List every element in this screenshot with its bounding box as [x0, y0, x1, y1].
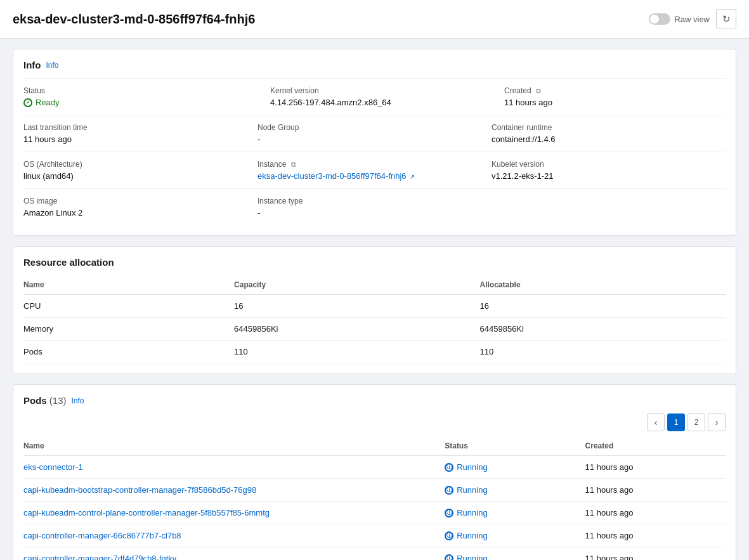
- pod-created-cell: 11 hours ago: [585, 524, 726, 547]
- running-text: Running: [457, 531, 487, 540]
- pods-table: Name Status Created eks-connector-1ⓘRunn…: [23, 436, 726, 560]
- pods-count: (13): [49, 395, 67, 406]
- pods-card-title: Pods (13) Info: [23, 395, 726, 406]
- nodegroup-label: Node Group: [257, 123, 492, 132]
- pod-name-cell: capi-controller-manager-7df4d79cb8-fqtkv: [23, 547, 445, 561]
- res-col-name: Name: [23, 275, 234, 295]
- table-row: eks-connector-1ⓘRunning11 hours ago: [23, 456, 726, 479]
- next-page-button[interactable]: ›: [708, 413, 726, 431]
- runtime-value: containerd://1.4.6: [492, 134, 726, 144]
- transition-value: 11 hours ago: [23, 134, 257, 144]
- resource-table: Name Capacity Allocatable CPU1616Memory6…: [23, 275, 726, 363]
- running-icon: ⓘ: [445, 554, 453, 561]
- instancetype-value: -: [257, 208, 492, 218]
- pod-name-link[interactable]: capi-kubeadm-control-plane-controller-ma…: [23, 508, 270, 518]
- pod-name-cell: capi-kubeadm-control-plane-controller-ma…: [23, 502, 445, 524]
- info-cell-status: Status Ready: [23, 78, 257, 115]
- page-1-button[interactable]: 1: [667, 413, 685, 431]
- created-copy-icon[interactable]: ⧉: [536, 87, 541, 95]
- pod-name-cell: capi-kubeadm-bootstrap-controller-manage…: [23, 479, 445, 502]
- running-text: Running: [457, 508, 487, 518]
- info-cell-nodegroup: Node Group -: [257, 115, 492, 152]
- pod-created-cell: 11 hours ago: [585, 502, 726, 524]
- pagination: ‹ 1 2 ›: [23, 413, 726, 431]
- res-col-capacity: Capacity: [234, 275, 479, 295]
- running-icon: ⓘ: [445, 486, 453, 495]
- table-row: capi-controller-manager-66c86777b7-cl7b8…: [23, 524, 726, 547]
- resource-table-header: Name Capacity Allocatable: [23, 275, 726, 295]
- runtime-label: Container runtime: [492, 123, 726, 132]
- created-value: 11 hours ago: [504, 98, 726, 107]
- pods-table-body: eks-connector-1ⓘRunning11 hours agocapi-…: [23, 456, 726, 561]
- transition-label: Last transition time: [23, 123, 257, 132]
- pods-table-header: Name Status Created: [23, 436, 726, 456]
- pod-created-cell: 11 hours ago: [585, 547, 726, 561]
- running-icon: ⓘ: [445, 531, 453, 540]
- resource-table-row: Pods110110: [23, 341, 726, 363]
- instance-link[interactable]: eksa-dev-cluster3-md-0-856ff97f64-fnhj6: [257, 171, 407, 181]
- pod-name-link[interactable]: capi-controller-manager-66c86777b7-cl7b8: [23, 531, 181, 540]
- kernel-value: 4.14.256-197.484.amzn2.x86_64: [270, 98, 479, 107]
- res-cell-allocatable: 16: [480, 295, 726, 318]
- pod-name-link[interactable]: eks-connector-1: [23, 462, 82, 472]
- info-card-title: Info Info: [23, 60, 726, 70]
- running-text: Running: [457, 485, 487, 495]
- res-col-allocatable: Allocatable: [480, 275, 726, 295]
- created-label: Created ⧉: [504, 86, 726, 95]
- running-text: Running: [457, 462, 487, 472]
- refresh-button[interactable]: ↻: [716, 9, 736, 29]
- kubelet-label: Kubelet version: [492, 160, 726, 169]
- pod-name-link[interactable]: capi-controller-manager-7df4d79cb8-fqtkv: [23, 554, 176, 560]
- pods-info-badge: Info: [72, 396, 84, 405]
- status-label: Status: [23, 86, 245, 95]
- status-dot-icon: [23, 98, 32, 107]
- info-cell-empty: [492, 188, 726, 225]
- pod-status-cell: ⓘRunning: [445, 502, 585, 524]
- raw-view-label: Raw view: [674, 15, 710, 24]
- running-icon: ⓘ: [445, 463, 453, 472]
- instance-copy-icon[interactable]: ⧉: [291, 160, 296, 169]
- instancetype-label: Instance type: [257, 197, 492, 205]
- info-cell-transition: Last transition time 11 hours ago: [23, 115, 257, 152]
- nodegroup-value: -: [257, 134, 492, 144]
- res-cell-capacity: 110: [234, 341, 479, 363]
- info-cell-kernel: Kernel version 4.14.256-197.484.amzn2.x8…: [257, 78, 492, 115]
- pods-col-status: Status: [445, 436, 585, 456]
- info-cell-runtime: Container runtime containerd://1.4.6: [492, 115, 726, 152]
- kernel-label: Kernel version: [270, 86, 479, 95]
- res-cell-allocatable: 110: [480, 341, 726, 363]
- page-title: eksa-dev-cluster3-md-0-856ff97f64-fnhj6: [13, 12, 255, 27]
- table-row: capi-controller-manager-7df4d79cb8-fqtkv…: [23, 547, 726, 561]
- pod-status-cell: ⓘRunning: [445, 456, 585, 479]
- resource-title: Resource allocation: [23, 257, 726, 268]
- pods-col-name: Name: [23, 436, 445, 456]
- info-cell-instancetype: Instance type -: [257, 188, 492, 225]
- info-cell-os: OS (Architecture) linux (amd64): [23, 152, 257, 188]
- info-card: Info Info Status Ready Kernel version 4.…: [13, 49, 736, 236]
- info-title-text: Info: [23, 60, 41, 70]
- info-cell-osimage: OS image Amazon Linux 2: [23, 188, 257, 225]
- info-cell-instance: Instance ⧉ eksa-dev-cluster3-md-0-856ff9…: [257, 152, 492, 188]
- table-row: capi-kubeadm-bootstrap-controller-manage…: [23, 479, 726, 502]
- pod-created-cell: 11 hours ago: [585, 456, 726, 479]
- info-grid: Status Ready Kernel version 4.14.256-197…: [23, 78, 726, 225]
- pod-status-cell: ⓘRunning: [445, 479, 585, 502]
- res-cell-name: CPU: [23, 295, 234, 318]
- kubelet-value: v1.21.2-eks-1-21: [492, 171, 726, 181]
- res-cell-name: Pods: [23, 341, 234, 363]
- table-row: capi-kubeadm-control-plane-controller-ma…: [23, 502, 726, 524]
- page-2-button[interactable]: 2: [687, 413, 705, 431]
- resource-allocation-card: Resource allocation Name Capacity Alloca…: [13, 246, 736, 374]
- info-cell-created: Created ⧉ 11 hours ago: [492, 78, 726, 115]
- res-cell-capacity: 64459856Ki: [234, 318, 479, 341]
- instance-label: Instance ⧉: [257, 160, 492, 169]
- pod-status-cell: ⓘRunning: [445, 524, 585, 547]
- pods-col-created: Created: [585, 436, 726, 456]
- prev-page-button[interactable]: ‹: [647, 413, 665, 431]
- raw-view-switch[interactable]: [649, 13, 670, 25]
- pod-status-cell: ⓘRunning: [445, 547, 585, 561]
- pods-card: Pods (13) Info ‹ 1 2 › Name Status Creat…: [13, 384, 736, 560]
- info-cell-kubelet: Kubelet version v1.21.2-eks-1-21: [492, 152, 726, 188]
- header-controls: Raw view ↻: [649, 9, 736, 29]
- pod-name-link[interactable]: capi-kubeadm-bootstrap-controller-manage…: [23, 485, 256, 495]
